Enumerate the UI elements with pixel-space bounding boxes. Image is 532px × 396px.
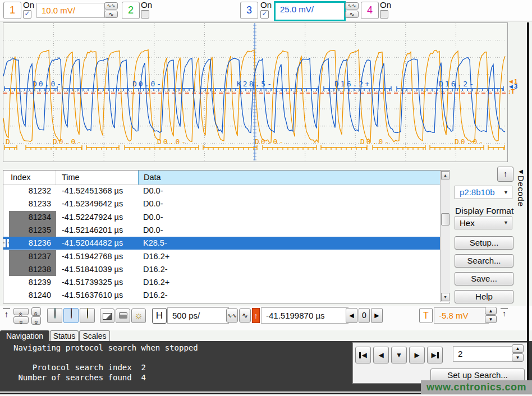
last-result-button[interactable]: ▶ bbox=[427, 347, 443, 363]
scrollbar-thumb[interactable] bbox=[441, 213, 450, 225]
screen-capture-button[interactable] bbox=[100, 308, 114, 323]
spinner-down-icon[interactable]: ▼ bbox=[512, 353, 524, 362]
trigger-level-spinner: ▲ ▼ bbox=[485, 307, 497, 323]
trigger-menu-button[interactable]: T bbox=[419, 308, 433, 323]
decode-bus-label: K28.5- bbox=[237, 80, 273, 88]
waveform-display[interactable]: D0.0-D0.0-K28.5-D16.2+D16.2- DD0.0-D0.0-… bbox=[3, 22, 508, 162]
channel-4-button[interactable]: 4 bbox=[361, 2, 379, 19]
channel-toolbar: 1 On ✓ 10.0 mV/ ∿∿ ∿ 2 On 3 On ✓ 25.0 mV… bbox=[0, 0, 532, 21]
channel-2-on-label: On bbox=[141, 0, 152, 10]
setup-button[interactable]: Setup... bbox=[455, 236, 513, 250]
scale-up-icon[interactable]: ∿∿ bbox=[104, 2, 118, 10]
position-right-icon[interactable]: ▶ bbox=[371, 308, 383, 323]
table-row[interactable]: 81234-41.52247924 µsD0.0- bbox=[3, 211, 440, 224]
position-left-icon[interactable]: ◀ bbox=[346, 308, 357, 323]
spinner-down-icon[interactable]: ▼ bbox=[485, 315, 497, 323]
stop-button[interactable] bbox=[63, 308, 79, 323]
collapse-left-icon: ◄ bbox=[517, 167, 525, 176]
tab-navigation[interactable]: Navigation bbox=[0, 330, 49, 341]
search-index-field[interactable]: 2 bbox=[453, 346, 513, 362]
table-row[interactable]: 81239-41.51739325 µsD16.2+ bbox=[3, 276, 440, 289]
scale-up-icon[interactable]: ∿∿ bbox=[345, 2, 359, 10]
chevron-up-icon[interactable]: « bbox=[13, 308, 29, 315]
decode-table-header: Index Time Data bbox=[3, 171, 440, 185]
single-button[interactable] bbox=[80, 308, 95, 323]
channel-3-on-label: On bbox=[260, 0, 272, 10]
channel-4-on-checkbox[interactable] bbox=[380, 10, 388, 19]
decode-table-scrollbar[interactable]: ▲ ▼ bbox=[440, 171, 450, 302]
display-format-label: Display Format bbox=[455, 206, 513, 216]
horizontal-menu-button[interactable]: H bbox=[152, 308, 167, 324]
decode-panel-tab[interactable]: ◄ Decode bbox=[515, 167, 527, 234]
trigger-level-field[interactable]: -5.8 mV bbox=[434, 307, 489, 324]
display-format-dropdown[interactable]: Hex▼ bbox=[455, 217, 512, 229]
chevron-down-icon[interactable]: « bbox=[13, 316, 29, 324]
next-result-button[interactable]: ▶ bbox=[409, 347, 425, 363]
tab-status[interactable]: Status bbox=[50, 330, 79, 341]
table-row[interactable]: 81233-41.52349642 µsD0.0- bbox=[3, 197, 440, 210]
channel-3-button[interactable]: 3 bbox=[240, 2, 258, 19]
first-result-button[interactable]: ◀ bbox=[355, 347, 371, 363]
cell-index: 81240 bbox=[9, 289, 56, 302]
table-row[interactable]: 81237-41.51942768 µsD16.2+ bbox=[3, 250, 440, 263]
first-icon bbox=[359, 352, 361, 358]
single-icon bbox=[87, 308, 88, 319]
spinner-up-icon[interactable]: ▲ bbox=[512, 344, 524, 353]
cell-data: D16.2+ bbox=[138, 276, 440, 289]
tab-scales[interactable]: Scales bbox=[79, 330, 110, 341]
scale-down-icon[interactable]: ∿ bbox=[345, 11, 359, 18]
channel-2-on-checkbox[interactable] bbox=[141, 10, 149, 19]
scale-down-icon[interactable]: ∿ bbox=[104, 11, 118, 18]
timebase-field[interactable]: 500 ps/ bbox=[167, 307, 229, 324]
last-icon bbox=[437, 352, 439, 358]
help-button[interactable]: Help bbox=[455, 290, 513, 303]
trigger-slope-icon[interactable]: ↑ bbox=[252, 308, 260, 323]
brightness-button[interactable]: ☼ bbox=[131, 308, 146, 323]
run-button[interactable] bbox=[47, 308, 62, 323]
decode-source-dropdown[interactable]: p2:8b10b▼ bbox=[455, 186, 512, 199]
column-header-index[interactable]: Index bbox=[3, 171, 56, 185]
cell-index: 81237 bbox=[9, 250, 56, 263]
cell-time: -41.51841039 µs bbox=[56, 263, 138, 276]
cell-index: 81234 bbox=[9, 211, 56, 224]
window-right-border bbox=[527, 22, 529, 393]
chevron-down-icon[interactable]: « bbox=[31, 316, 41, 325]
panel-collapse-up-button[interactable]: ↑ bbox=[497, 167, 513, 182]
channel-1-button[interactable]: 1 bbox=[3, 2, 21, 19]
channel-1-scale-field[interactable]: 10.0 mV/ bbox=[36, 3, 105, 18]
cell-data: D16.2+ bbox=[138, 250, 440, 263]
chevron-up-icon[interactable]: « bbox=[31, 307, 41, 316]
channel-3-on-checkbox[interactable]: ✓ bbox=[260, 10, 269, 19]
horizontal-position-field[interactable]: -41.5199870 µs bbox=[261, 307, 348, 324]
decode-bus-label: D16.2+ bbox=[334, 80, 371, 88]
save-button[interactable]: Save... bbox=[455, 272, 513, 286]
screen-capture-icon bbox=[103, 313, 112, 320]
column-header-data[interactable]: Data bbox=[138, 171, 440, 185]
timebase-zoom-in-icon[interactable]: ∿ bbox=[239, 308, 251, 323]
table-row[interactable]: 81238-41.51841039 µsD16.2- bbox=[3, 263, 440, 276]
popup-arrow-icon[interactable]: ↑ bbox=[3, 308, 10, 319]
previous-result-button[interactable]: ◀ bbox=[373, 347, 389, 363]
channel-2-button[interactable]: 2 bbox=[122, 2, 140, 19]
fine-scroll-buttons: « « bbox=[31, 307, 41, 325]
channel-3-scale-field[interactable]: 25.0 mV/ bbox=[276, 3, 344, 16]
table-row[interactable]: 81235-41.52146201 µsD0.0- bbox=[3, 224, 440, 237]
spinner-up-icon[interactable]: ▲ bbox=[485, 307, 497, 315]
search-navigation-panel: ◀ ◀ ▼ ▶ ▶ 2 ▲ ▼ Set up Search... bbox=[352, 342, 528, 384]
channel-1-on-checkbox[interactable]: ✓ bbox=[23, 10, 31, 19]
cell-index: 81238 bbox=[9, 263, 56, 276]
table-row[interactable]: 81236-41.52044482 µsK28.5- bbox=[3, 237, 440, 250]
trigger-edge-icon[interactable]: ↑ bbox=[501, 308, 508, 318]
table-row[interactable]: 81232-41.52451368 µsD0.0- bbox=[3, 185, 440, 197]
position-zero-button[interactable]: 0 bbox=[359, 308, 370, 323]
timebase-zoom-out-icon[interactable]: ∿∿ bbox=[226, 308, 238, 323]
cell-index: 81232 bbox=[9, 185, 56, 197]
print-button[interactable] bbox=[116, 308, 130, 323]
scroll-up-icon[interactable]: ▲ bbox=[441, 171, 450, 179]
scroll-down-icon[interactable]: ▼ bbox=[441, 293, 450, 301]
search-button[interactable]: Search... bbox=[455, 254, 513, 268]
stop-navigation-button[interactable]: ▼ bbox=[391, 347, 407, 363]
search-index-spinner: ▲ ▼ bbox=[512, 344, 524, 362]
column-header-time[interactable]: Time bbox=[56, 171, 138, 185]
table-row[interactable]: 81240-41.51637610 µsD16.2- bbox=[3, 289, 440, 302]
